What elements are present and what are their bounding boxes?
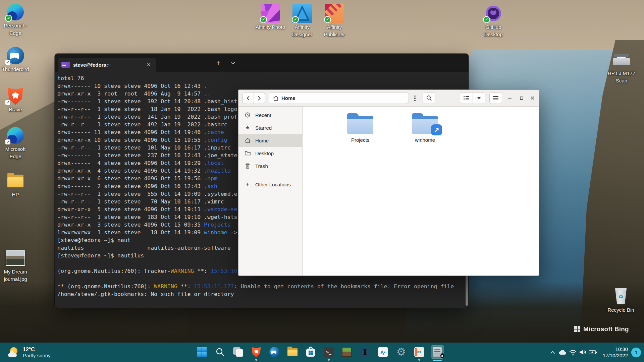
recent-icon — [245, 112, 250, 118]
gnome-files-icon — [433, 347, 442, 357]
search-button[interactable] — [423, 92, 435, 104]
files-sidebar: Recent★StarredHomeDesktopTrash+Other Loc… — [238, 107, 303, 276]
taskbar-explorer-button[interactable] — [286, 345, 299, 359]
search-icon — [215, 347, 225, 357]
microsoft-store-icon — [306, 349, 315, 357]
desktop-icon-label: Scan — [605, 77, 638, 84]
terminal-scrollbar[interactable] — [466, 274, 468, 306]
taskbar-settings-button[interactable]: ⚙ — [394, 345, 408, 359]
start-icon — [197, 347, 207, 357]
sidebar-item-starred[interactable]: ★Starred — [238, 121, 302, 134]
desktop-icon-recycle-bin[interactable]: ♻Recycle Bin — [605, 287, 637, 313]
desktop-icon-github-desktop[interactable]: ✓GitHubDesktop — [477, 4, 509, 38]
running-indicator — [418, 359, 420, 361]
files-close-button[interactable] — [526, 90, 538, 106]
terminal-titlebar: steve@fedora:~ ✕ + — [55, 54, 469, 72]
taskbar-text-editor-button[interactable]: I — [358, 345, 372, 359]
terminal-minimize-button[interactable] — [468, 54, 469, 72]
taskbar-snipping-tool-button[interactable]: ✂ — [413, 345, 426, 359]
new-tab-button[interactable]: + — [216, 60, 220, 66]
taskbar-clock[interactable]: 10:30 17/10/2022 — [603, 346, 628, 359]
desktop-icon-label: Desktop — [477, 31, 509, 38]
plus-icon: + — [246, 182, 250, 187]
desktop-icon-affinity-designer[interactable]: ✓AffinityDesigner — [286, 4, 318, 38]
taskbar-search-button[interactable] — [213, 345, 227, 359]
view-options-kebab-icon[interactable] — [411, 94, 419, 103]
terminal-line: drwx------ 10 steve steve 4096 Oct 16 12… — [57, 82, 469, 90]
desktop-icon-microsoft-edge[interactable]: ↗MicrosoftEdge — [0, 126, 32, 160]
tab-dropdown-icon[interactable] — [231, 62, 235, 64]
desktop-icon-personal-edge[interactable]: ✓Personal -Edge — [0, 3, 32, 36]
sidebar-item-label: Other Locations — [255, 182, 291, 187]
home-icon — [273, 96, 279, 101]
running-indicator — [328, 359, 330, 361]
file-item-projects[interactable]: Projects — [339, 113, 381, 143]
tray-chevron-up-icon[interactable] — [548, 346, 558, 359]
system-tray: 10:30 17/10/2022 1 — [548, 343, 644, 362]
recycle-bin-icon: ♻ — [614, 288, 628, 305]
desktop-icon-my-dream-journal[interactable]: My Dreamjournal.jpg — [0, 249, 32, 282]
hamburger-menu-button[interactable] — [489, 92, 502, 104]
desktop-icon-label: Microsoft — [0, 146, 32, 152]
desktop-icon-label: Personal - — [0, 22, 32, 29]
desktop-icon-hp[interactable]: HP — [0, 172, 32, 198]
desktop-icon-label: HP LJ M177 — [605, 70, 638, 76]
windows-terminal-icon: >_ — [324, 347, 334, 357]
sidebar-item-label: Desktop — [255, 150, 274, 156]
partly-sunny-icon — [8, 347, 19, 357]
sidebar-item-label: Trash — [255, 163, 268, 169]
wifi-icon[interactable] — [568, 346, 578, 359]
sidebar-item-trash[interactable]: Trash — [238, 160, 302, 172]
taskbar-task-view-button[interactable] — [231, 345, 245, 359]
trash-icon — [245, 163, 250, 169]
tux-icon — [440, 353, 444, 358]
back-button[interactable] — [243, 93, 254, 104]
volume-icon[interactable] — [578, 346, 588, 359]
weather-widget[interactable]: 12°C Partly sunny — [5, 343, 54, 362]
battery-charging-icon[interactable] — [588, 346, 598, 359]
file-item-winhome[interactable]: ↗winhome — [404, 113, 446, 143]
files-maximize-button[interactable] — [516, 90, 528, 106]
check-badge: ✓ — [483, 16, 490, 23]
sidebar-item-other-locations[interactable]: +Other Locations — [238, 178, 302, 191]
desktop-icon-label: Affinity — [318, 24, 351, 30]
desktop-icon-label: Designer — [286, 31, 318, 38]
desktop-icon-hp-lj-m177-scan[interactable]: HP LJ M177Scan — [605, 50, 638, 84]
taskbar-thunderbird-button[interactable] — [268, 345, 281, 359]
onedrive-cloud-icon[interactable] — [558, 346, 568, 359]
list-view-button[interactable] — [460, 93, 473, 104]
taskbar-files-button[interactable] — [431, 345, 444, 359]
sidebar-item-home[interactable]: Home — [238, 134, 302, 147]
sidebar-item-desktop[interactable]: Desktop — [238, 147, 302, 160]
tab-close-icon[interactable]: ✕ — [145, 61, 153, 68]
desktop-icon-brave[interactable]: ↗Brave — [0, 86, 32, 113]
location-label: Home — [281, 95, 296, 101]
home-icon — [245, 138, 251, 143]
desktop-icon-label: journal.jpg — [0, 276, 32, 282]
desktop-root: { "wallpaper": { "bing_watermark": "Micr… — [0, 0, 644, 362]
forward-button[interactable] — [254, 93, 265, 104]
file-item-label: Projects — [339, 137, 381, 143]
path-bar[interactable]: Home — [269, 92, 409, 104]
desktop-icon-affinity-photo[interactable]: ✓Affinity Photo — [254, 4, 286, 30]
desktop-icon-label: GitHub — [477, 24, 509, 30]
files-minimize-button[interactable] — [503, 90, 516, 106]
taskbar-store-button[interactable] — [304, 345, 317, 359]
desktop-icon-thunderbird[interactable]: ↗Thunderbird — [0, 46, 32, 72]
taskbar-minecraft-button[interactable] — [340, 345, 354, 359]
desktop-icon-label: Publisher — [318, 31, 351, 38]
settings-gear-icon: ⚙ — [396, 347, 406, 357]
files-content[interactable]: Projects↗winhome — [303, 107, 539, 276]
taskbar-terminal-button[interactable]: >_ — [322, 345, 335, 359]
bing-watermark: Microsoft Bing — [574, 325, 629, 333]
view-dropdown-button[interactable] — [473, 93, 485, 104]
search-icon — [426, 95, 432, 101]
taskbar-monitor-button[interactable] — [376, 345, 390, 359]
terminal-tab[interactable]: steve@fedora:~ ✕ — [58, 58, 156, 72]
taskbar-start-button[interactable] — [195, 345, 209, 359]
files-window[interactable]: Home Recent★StarredHomeDesktopTrash+Othe… — [238, 89, 539, 276]
sidebar-item-recent[interactable]: Recent — [238, 109, 302, 121]
desktop-icon-affinity-publisher[interactable]: ✓AffinityPublisher — [318, 4, 351, 38]
notification-count-badge[interactable]: 1 — [631, 348, 641, 357]
taskbar-brave-button[interactable] — [250, 345, 263, 359]
